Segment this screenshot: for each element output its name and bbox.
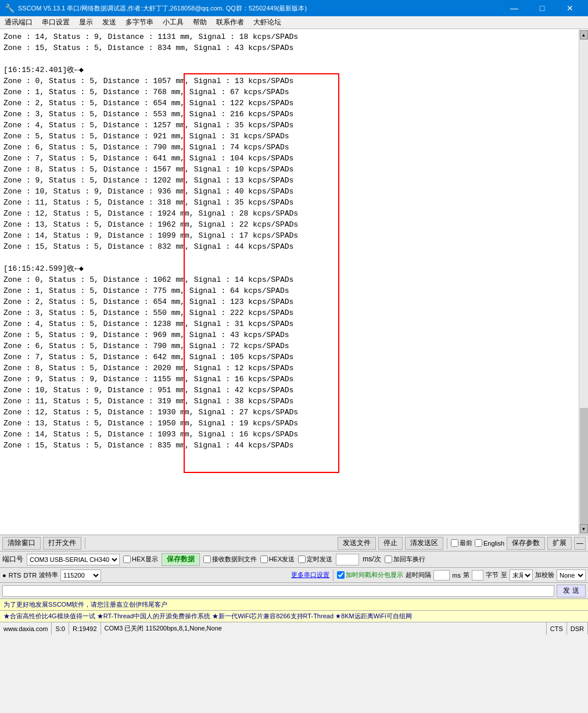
open-file-button[interactable]: 打开文件 <box>43 537 81 550</box>
title-text: SSCOM V5.13.1 串口/网络数据调试器,作者:大虾丁丁,2618058… <box>18 4 307 13</box>
save-param-button[interactable]: 保存参数 <box>507 537 545 550</box>
b1-line-4: Zone : 4, Status : 5, Distance : 1257 mm… <box>3 120 575 131</box>
frame-label: 第 <box>463 571 469 579</box>
hex-send-label[interactable]: HEX发送 <box>260 555 295 564</box>
clear-send-button[interactable]: 清发送区 <box>405 537 443 550</box>
hex-display-label[interactable]: HEX显示 <box>123 555 158 564</box>
b1-line-10: Zone : 10, Status : 9, Distance : 936 mm… <box>3 186 575 197</box>
promo-row: 为了更好地发展SSCOM软件，请您注册嘉立创伊纬尾客户 <box>0 599 588 610</box>
english-checkbox[interactable] <box>475 539 482 547</box>
baud-select[interactable]: 115200 <box>60 569 101 581</box>
com-row: 端口号 COM3 USB-SERIAL CH340 HEX显示 保存数据 接收数… <box>0 551 588 567</box>
menu-tools[interactable]: 小工具 <box>158 16 188 28</box>
input-row: abcdefg 发 送 <box>0 582 588 599</box>
clear-window-button[interactable]: 清除窗口 <box>2 537 41 550</box>
b2-line-15: Zone : 15, Status : 5, Distance : 835 mm… <box>3 440 575 451</box>
b2-line-5: Zone : 5, Status : 9, Distance : 969 mm,… <box>3 329 575 341</box>
timed-value-input[interactable]: 1000 <box>336 554 359 565</box>
stop-button[interactable]: 停止 <box>378 537 403 550</box>
b1-line-9: Zone : 9, Status : 5, Distance : 1202 mm… <box>3 175 575 186</box>
status-website: www.daxia.com <box>0 622 52 635</box>
menu-send[interactable]: 发送 <box>98 16 121 28</box>
b2-line-1: Zone : 1, Status : 5, Distance : 775 mm,… <box>3 285 575 296</box>
minimize-button[interactable]: — <box>501 0 528 16</box>
checksum-select[interactable]: None <box>557 569 586 581</box>
menu-multi-string[interactable]: 多字节串 <box>121 16 158 28</box>
b2-line-3: Zone : 3, Status : 5, Distance : 550 mm,… <box>3 307 575 318</box>
b1-line-0: Zone : 0, Status : 5, Distance : 1057 mm… <box>3 76 575 87</box>
save-data-button[interactable]: 保存数据 <box>162 553 200 566</box>
port-select[interactable]: COM3 USB-SERIAL CH340 <box>27 554 120 565</box>
receive-to-file-label[interactable]: 接收数据到文件 <box>203 555 257 564</box>
dtr-text: DTR <box>23 572 37 579</box>
send-file-button[interactable]: 发送文件 <box>338 537 376 550</box>
data-display-area: Zone : 14, Status : 9, Distance : 1131 m… <box>0 29 579 535</box>
b2-line-11: Zone : 11, Status : 5, Distance : 319 mm… <box>3 396 575 407</box>
title-bar: 🔧 SSCOM V5.13.1 串口/网络数据调试器,作者:大虾丁丁,26180… <box>0 0 588 16</box>
b2-line-12: Zone : 12, Status : 5, Distance : 1930 m… <box>3 407 575 418</box>
toolbar-separator-2 <box>447 538 447 549</box>
receive-to-file-checkbox[interactable] <box>203 556 211 563</box>
b1-line-1: Zone : 1, Status : 5, Distance : 768 mm,… <box>3 87 575 98</box>
menu-comm-port[interactable]: 通讯端口 <box>0 16 37 28</box>
status-cts: CTS <box>547 622 567 635</box>
scroll-track[interactable] <box>580 40 588 524</box>
scroll-down-button[interactable]: ▼ <box>580 524 588 533</box>
menu-help[interactable]: 帮助 <box>188 16 211 28</box>
scrollbar[interactable]: ▲ ▼ <box>579 29 588 535</box>
b1-line-8: Zone : 8, Status : 5, Distance : 1567 mm… <box>3 164 575 175</box>
more-port-link[interactable]: 更多串口设置 <box>291 571 329 579</box>
last-checkbox[interactable] <box>451 539 458 547</box>
send-input[interactable]: abcdefg <box>2 585 554 597</box>
b2-line-6: Zone : 6, Status : 5, Distance : 790 mm,… <box>3 341 575 352</box>
menu-contact[interactable]: 联系作者 <box>211 16 249 28</box>
b1-line-3: Zone : 3, Status : 5, Distance : 553 mm,… <box>3 109 575 120</box>
add-timestamp-label[interactable]: 加时间戳和分包显示 <box>337 571 403 579</box>
app-icon: 🔧 <box>5 3 15 13</box>
add-timestamp-checkbox[interactable] <box>337 571 345 579</box>
b2-line-8: Zone : 8, Status : 5, Distance : 2020 mm… <box>3 363 575 374</box>
ad-text: ★合宙高性价比4G模块值得一试 ★RT-Thread中国人的开源免费操作系统 ★… <box>3 612 412 621</box>
status-dsr: DSR <box>567 622 588 635</box>
b1-line-14: Zone : 14, Status : 9, Distance : 1099 m… <box>3 230 575 241</box>
config-sep <box>333 569 334 581</box>
send-button[interactable]: 发 送 <box>557 585 586 597</box>
end-select[interactable]: 末尾 <box>510 569 533 581</box>
b2-line-14: Zone : 14, Status : 5, Distance : 1093 m… <box>3 429 575 440</box>
close-button[interactable]: ✕ <box>557 0 583 16</box>
b2-line-4: Zone : 4, Status : 5, Distance : 1238 mm… <box>3 318 575 329</box>
frame-input[interactable]: 1 <box>472 570 483 581</box>
menu-forum[interactable]: 大虾论坛 <box>249 16 286 28</box>
timestamp-block1: [16:15:42.401]收←◆ <box>3 65 575 76</box>
expand-button[interactable]: 扩展 <box>547 537 572 550</box>
toolbar-separator-1 <box>85 538 85 549</box>
promo-text: 为了更好地发展SSCOM软件，请您注册嘉立创伊纬尾客户 <box>3 600 167 609</box>
menu-serial-settings[interactable]: 串口设置 <box>37 16 74 28</box>
b1-line-6: Zone : 6, Status : 5, Distance : 790 mm,… <box>3 142 575 153</box>
byte-label: 字节 <box>486 571 499 579</box>
rts-label: ● <box>2 572 6 579</box>
b1-line-11: Zone : 11, Status : 5, Distance : 318 mm… <box>3 197 575 208</box>
maximize-button[interactable]: □ <box>529 0 555 16</box>
hex-send-checkbox[interactable] <box>260 556 268 563</box>
add-return-checkbox[interactable] <box>385 556 392 563</box>
minus-button[interactable]: — <box>574 537 586 550</box>
last-checkbox-label[interactable]: 最前 <box>451 539 472 547</box>
timeout-input[interactable]: 30 <box>433 570 450 581</box>
add-return-label[interactable]: 加回车换行 <box>385 555 425 564</box>
b1-line-5: Zone : 5, Status : 5, Distance : 921 mm,… <box>3 131 575 142</box>
english-checkbox-label[interactable]: English <box>475 539 504 547</box>
b1-line-2: Zone : 2, Status : 5, Distance : 654 mm,… <box>3 98 575 109</box>
scroll-thumb[interactable] <box>580 408 588 524</box>
timed-send-checkbox[interactable] <box>298 556 306 563</box>
window-controls: — □ ✕ <box>501 0 583 16</box>
hex-display-checkbox[interactable] <box>123 556 131 563</box>
ms-per-unit-label: ms/次 <box>363 554 381 564</box>
timed-send-label[interactable]: 定时发送 <box>298 555 332 564</box>
b2-line-9: Zone : 9, Status : 9, Distance : 1155 mm… <box>3 374 575 385</box>
config-row: ● RTS DTR 波特率 115200 更多串口设置 加时间戳和分包显示 超时… <box>0 567 588 582</box>
menu-display[interactable]: 显示 <box>74 16 98 28</box>
scroll-up-button[interactable]: ▲ <box>580 30 588 40</box>
empty-line-1 <box>3 53 575 65</box>
top-line-1: Zone : 14, Status : 9, Distance : 1131 m… <box>3 31 575 42</box>
